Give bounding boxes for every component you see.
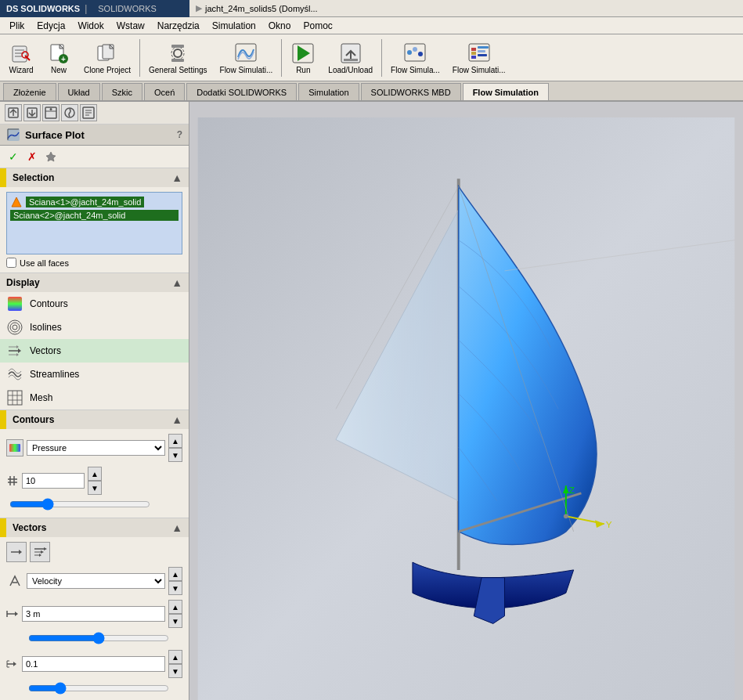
vector-scaled-btn[interactable] [30, 542, 50, 562]
clone-label: Clone Project [84, 66, 131, 74]
contours-section-content: Pressure Velocity Temperature ▲ ▼ [0, 429, 189, 518]
contours-dropdown-row: Pressure Velocity Temperature ▲ ▼ [6, 434, 182, 462]
panel-icon-btn-1[interactable] [5, 104, 22, 121]
svg-rect-0 [13, 46, 27, 62]
tab-zlozenie[interactable]: Złożenie [3, 83, 56, 100]
menu-widok[interactable]: Widok [71, 19, 110, 33]
vector-density-up[interactable]: ▲ [168, 650, 182, 664]
menu-wstaw[interactable]: Wstaw [110, 19, 151, 33]
display-collapse[interactable]: ▲ [171, 276, 182, 289]
svg-marker-68 [44, 547, 47, 550]
toolbar-sep-3 [381, 39, 382, 77]
viewport[interactable]: Z Y [189, 102, 743, 700]
svg-marker-42 [12, 197, 21, 207]
left-panel: Surface Plot ? ✓ ✗ Selection ▲ [0, 102, 189, 700]
vector-size-input[interactable] [22, 606, 165, 622]
contours-count-input[interactable] [22, 473, 85, 489]
vector-density-down[interactable]: ▼ [168, 664, 182, 678]
contours-section-header[interactable]: Contours ▲ [0, 410, 189, 429]
use-all-faces-label: Use all faces [20, 258, 69, 268]
contours-slider-row [6, 498, 182, 513]
wizard-button[interactable]: Wizard [3, 38, 39, 78]
display-vectors[interactable]: Vectors [0, 339, 189, 363]
load-unload-button[interactable]: Load/Unload [323, 38, 378, 78]
contours-count-down[interactable]: ▼ [88, 481, 102, 495]
contours-count-up[interactable]: ▲ [88, 467, 102, 481]
isolines-label: Isolines [30, 322, 62, 333]
display-mesh[interactable]: Mesh [0, 386, 189, 410]
vector-density-slider[interactable] [28, 682, 169, 695]
tab-szkic[interactable]: Szkic [102, 83, 142, 100]
contours-type-dropdown[interactable]: Pressure Velocity Temperature [27, 440, 165, 456]
flow-sim-1-icon [233, 41, 258, 66]
panel-icon-btn-2[interactable] [23, 104, 41, 121]
run-label: Run [296, 66, 310, 74]
tab-simulation[interactable]: Simulation [298, 83, 359, 100]
panel-action-toolbar: ✓ ✗ [0, 146, 189, 168]
velocity-down[interactable]: ▼ [168, 581, 182, 595]
vectors-section-title: Vectors [13, 522, 46, 533]
streamlines-label: Streamlines [30, 369, 79, 380]
display-contours[interactable]: Contours [0, 292, 189, 316]
general-settings-button[interactable]: General Settings [143, 38, 213, 78]
contours-type-up[interactable]: ▲ [168, 434, 182, 448]
vectors-section-header[interactable]: Vectors ▲ [0, 518, 189, 537]
vector-size-icon [6, 608, 19, 620]
run-button[interactable]: Run [285, 38, 321, 78]
cancel-button[interactable]: ✗ [23, 148, 41, 165]
display-header[interactable]: Display ▲ [0, 273, 189, 292]
tab-solidworks-mbd[interactable]: SOLIDWORKS MBD [361, 83, 461, 100]
vector-size-slider[interactable] [28, 632, 169, 644]
menu-okno[interactable]: Okno [262, 19, 298, 33]
surface-plot-icon [6, 128, 20, 142]
load-unload-icon [338, 41, 363, 66]
selection-header[interactable]: Selection ▲ [0, 168, 189, 187]
svg-marker-64 [19, 550, 22, 554]
menu-edycja[interactable]: Edycja [31, 19, 71, 33]
selection-collapse[interactable]: ▲ [171, 171, 182, 184]
vector-size-down[interactable]: ▼ [168, 614, 182, 628]
menu-pomoc[interactable]: Pomoc [297, 19, 338, 33]
tab-ocen[interactable]: Oceń [144, 83, 185, 100]
clone-button[interactable]: Clone Project [78, 38, 136, 78]
isolines-icon [6, 319, 23, 336]
display-streamlines[interactable]: Streamlines [0, 363, 189, 386]
confirm-button[interactable]: ✓ [5, 148, 22, 165]
flow-sim-1-button[interactable]: Flow Simulati... [215, 38, 279, 78]
panel-icon-btn-3[interactable] [42, 104, 60, 121]
panel-help-btn[interactable]: ? [177, 129, 182, 140]
svg-marker-52 [16, 353, 19, 356]
tab-flow-simulation[interactable]: Flow Simulation [463, 83, 549, 100]
new-label: New [51, 66, 67, 74]
pin-button[interactable] [42, 148, 60, 165]
tab-uklad[interactable]: Układ [58, 83, 100, 100]
menu-narzedzia[interactable]: Narzędzia [151, 19, 206, 33]
breadcrumb-text: jacht_24m_solids5 (Domyśl... [205, 4, 318, 13]
panel-icon-btn-5[interactable] [80, 104, 97, 121]
selection-box[interactable]: Sciana<1>@jacht_24m_solid Sciana<2>@jach… [6, 192, 182, 254]
menu-plik[interactable]: Plik [3, 19, 31, 33]
contours-slider[interactable] [9, 498, 150, 511]
svg-marker-66 [41, 550, 44, 554]
velocity-up[interactable]: ▲ [168, 567, 182, 581]
svg-point-44 [13, 325, 17, 330]
svg-text:Y: Y [606, 519, 612, 529]
svg-rect-29 [478, 50, 485, 52]
use-all-faces-checkbox[interactable] [6, 258, 16, 268]
contours-collapse[interactable]: ▲ [171, 413, 182, 426]
display-isolines[interactable]: Isolines [0, 316, 189, 339]
vectors-collapse[interactable]: ▲ [171, 521, 182, 534]
velocity-dropdown[interactable]: Velocity Pressure Temperature [27, 573, 165, 589]
new-button[interactable]: + New [41, 38, 77, 78]
panel-icon-btn-4[interactable] [61, 104, 78, 121]
contours-type-down[interactable]: ▼ [168, 448, 182, 462]
menu-simulation[interactable]: Simulation [206, 19, 262, 33]
vector-uniform-btn[interactable] [6, 542, 27, 562]
vector-density-input[interactable] [22, 656, 165, 672]
flow-sim-3-button[interactable]: Flow Simulati... [447, 38, 511, 78]
tab-dodatki[interactable]: Dodatki SOLIDWORKS [186, 83, 297, 100]
vector-size-up[interactable]: ▲ [168, 600, 182, 614]
wizard-icon [9, 41, 34, 66]
mesh-label: Mesh [30, 392, 52, 403]
flow-sim-2-button[interactable]: Flow Simula... [385, 38, 445, 78]
